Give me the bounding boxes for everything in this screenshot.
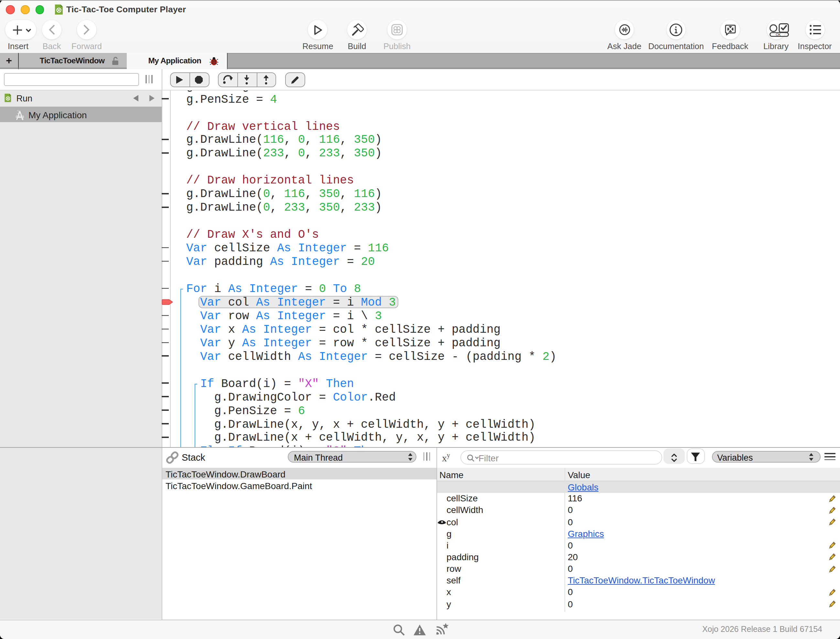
svg-text:OK: OK (775, 33, 781, 37)
